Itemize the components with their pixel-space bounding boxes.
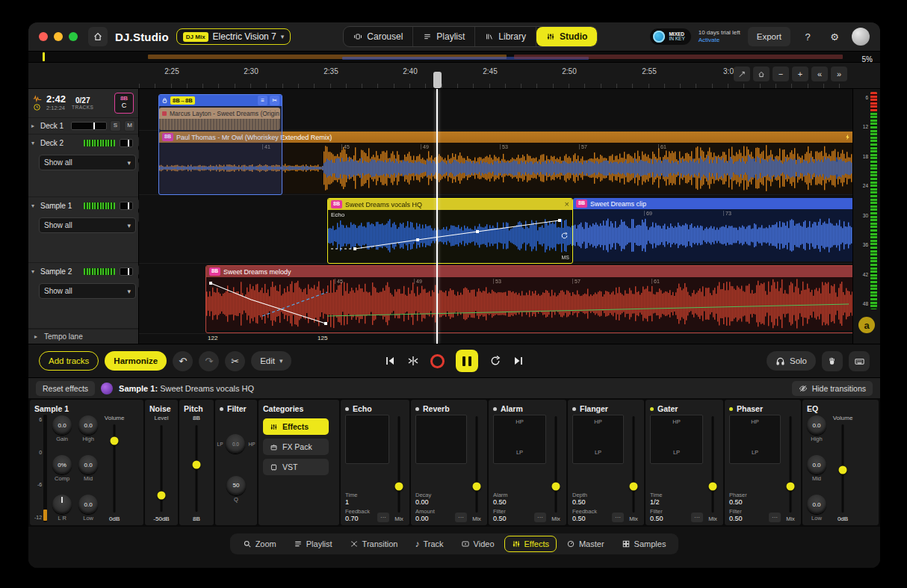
high-knob[interactable]: 0.0 <box>78 415 98 435</box>
sample1-filter-select[interactable]: Show all▾ <box>39 217 136 233</box>
clip-sample1-blue[interactable]: 8B Sweet Dreams clip 69 73 <box>573 198 852 262</box>
transition-key-badge[interactable]: 8B→8B <box>170 96 195 105</box>
maximize-window-button[interactable] <box>69 32 78 41</box>
category-vst-button[interactable]: VST <box>263 459 329 475</box>
effect-curve-display[interactable] <box>345 415 389 464</box>
sample2-filter-select[interactable]: Show all▾ <box>39 283 136 299</box>
scroll-back-button[interactable]: « <box>811 66 828 81</box>
tab-playlist[interactable]: Playlist <box>413 27 475 46</box>
help-button[interactable]: ? <box>798 27 817 46</box>
goto-home-button[interactable] <box>753 66 770 81</box>
tab-carousel[interactable]: Carousel <box>344 27 413 46</box>
filter-q-knob[interactable]: 50 <box>226 476 246 495</box>
reset-effects-button[interactable]: Reset effects <box>36 381 95 396</box>
effect-param[interactable]: Filter0.50 <box>650 508 663 522</box>
effect-param[interactable]: Feedback0.70 <box>345 508 370 522</box>
eq-low-knob[interactable]: 0.0 <box>807 495 826 514</box>
transition-list-button[interactable]: ≡ <box>258 96 267 105</box>
noise-level-slider[interactable] <box>157 424 166 513</box>
low-knob[interactable]: 0.0 <box>78 495 98 514</box>
loop-button[interactable] <box>489 355 501 367</box>
chevron-right-icon[interactable]: ▸ <box>31 123 37 129</box>
deck1-fader[interactable] <box>71 122 107 130</box>
activate-link[interactable]: Activate <box>699 37 740 44</box>
undo-button[interactable]: ↶ <box>173 351 193 371</box>
pause-button[interactable] <box>456 350 478 372</box>
export-button[interactable]: Export <box>748 27 790 46</box>
effect-curve-display[interactable]: HPLP <box>729 415 781 464</box>
mix-overview-minimap[interactable] <box>28 52 880 63</box>
deck2-fader[interactable] <box>120 139 133 147</box>
scroll-forward-button[interactable]: » <box>831 66 847 81</box>
gater-mix-slider[interactable] <box>708 415 717 514</box>
mixed-in-key-badge[interactable]: MIXEDIN KEY <box>650 28 690 45</box>
playhead-handle[interactable] <box>433 72 442 88</box>
tab-library[interactable]: Library <box>475 27 536 46</box>
automix-button[interactable] <box>407 355 419 367</box>
redo-button[interactable]: ↷ <box>199 351 219 371</box>
edit-menu-button[interactable]: Edit▾ <box>251 351 291 371</box>
effect-curve-display[interactable]: HPLP <box>572 415 624 464</box>
transition-selection-box[interactable]: 8B→8B ≡ ✂ <box>158 94 282 195</box>
zoom-out-button[interactable]: − <box>773 66 789 81</box>
deck2-filter-select[interactable]: Show all▾ <box>39 155 136 170</box>
tempo-marker[interactable]: 125 <box>318 335 327 341</box>
skip-to-start-button[interactable] <box>384 355 396 367</box>
effect-options-button[interactable]: ··· <box>769 513 781 522</box>
bottom-tab-track[interactable]: ♪ Track <box>407 536 451 552</box>
bottom-tab-zoom[interactable]: Zoom <box>235 536 284 552</box>
hide-transitions-button[interactable]: Hide transitions <box>792 381 873 396</box>
sample1-fader[interactable] <box>120 202 133 210</box>
playhead-line[interactable] <box>436 89 438 344</box>
effect-param[interactable]: Decay0.00 <box>415 492 467 506</box>
bottom-tab-transition[interactable]: Transition <box>342 536 406 552</box>
category-effects-button[interactable]: Effects <box>263 418 329 435</box>
deck1-solo-button[interactable]: S <box>110 120 121 131</box>
automix-badge[interactable]: a <box>858 317 875 333</box>
effect-param[interactable]: Time1 <box>345 492 389 506</box>
effect-param[interactable]: Depth0.50 <box>572 492 624 506</box>
zoom-in-button[interactable]: + <box>792 66 808 81</box>
bottom-tab-playlist[interactable]: Playlist <box>286 536 340 552</box>
tempo-lane-toggle[interactable]: ▸ Tempo lane <box>28 329 138 344</box>
pitch-slider[interactable] <box>192 424 201 513</box>
lock-icon[interactable] <box>161 97 168 104</box>
loop-toggle-icon[interactable] <box>560 232 569 240</box>
energy-bolt-icon[interactable] <box>844 133 851 141</box>
effect-param[interactable]: Alarm0.50 <box>493 492 546 506</box>
fit-view-button[interactable] <box>734 66 750 81</box>
current-key-badge[interactable]: 8B C <box>114 93 134 114</box>
home-button[interactable] <box>88 27 108 46</box>
effect-options-button[interactable]: ··· <box>455 513 467 522</box>
reverb-mix-slider[interactable] <box>472 415 481 514</box>
keyboard-shortcuts-button[interactable] <box>849 351 870 371</box>
effect-param[interactable]: Time1/2 <box>650 492 703 506</box>
cut-button[interactable]: ✂ <box>225 351 245 371</box>
comp-knob[interactable]: 0% <box>52 455 72 474</box>
chevron-down-icon[interactable]: ▾ <box>31 202 37 209</box>
sample1-volume-slider[interactable] <box>110 423 119 514</box>
bottom-tab-effects[interactable]: Effects <box>504 536 557 552</box>
deck1-mute-button[interactable]: M <box>124 120 135 131</box>
add-tracks-button[interactable]: Add tracks <box>39 351 99 371</box>
effect-options-button[interactable]: ··· <box>612 513 624 522</box>
eq-mid-knob[interactable]: 0.0 <box>807 455 826 474</box>
effect-curve-display[interactable]: HPLP <box>650 415 703 464</box>
effect-options-button[interactable]: ··· <box>691 513 703 522</box>
sample2-automation-lines[interactable] <box>206 277 852 330</box>
eq-high-knob[interactable]: 0.0 <box>807 415 826 435</box>
echo-automation-line[interactable] <box>328 210 571 261</box>
close-icon[interactable]: × <box>565 200 569 208</box>
pan-knob[interactable] <box>52 495 72 514</box>
effect-param[interactable]: Filter0.50 <box>493 508 507 522</box>
mid-knob[interactable]: 0.0 <box>78 455 98 474</box>
solo-button[interactable]: Solo <box>767 351 816 371</box>
timeline-tracks[interactable]: 8B Paul Thomas - Mr Owl (Whoriskey Exten… <box>139 89 852 344</box>
flanger-mix-slider[interactable] <box>629 415 638 514</box>
tab-studio[interactable]: Studio <box>536 27 597 46</box>
bottom-tab-video[interactable]: Video <box>454 536 502 552</box>
harmonize-button[interactable]: Harmonize <box>105 351 167 371</box>
skip-to-end-button[interactable] <box>513 355 524 367</box>
timeline-ruler[interactable]: 2:25 2:30 2:35 2:40 2:45 2:50 2:55 3:0 −… <box>28 63 880 89</box>
effect-param[interactable]: Phaser0.50 <box>729 492 781 506</box>
